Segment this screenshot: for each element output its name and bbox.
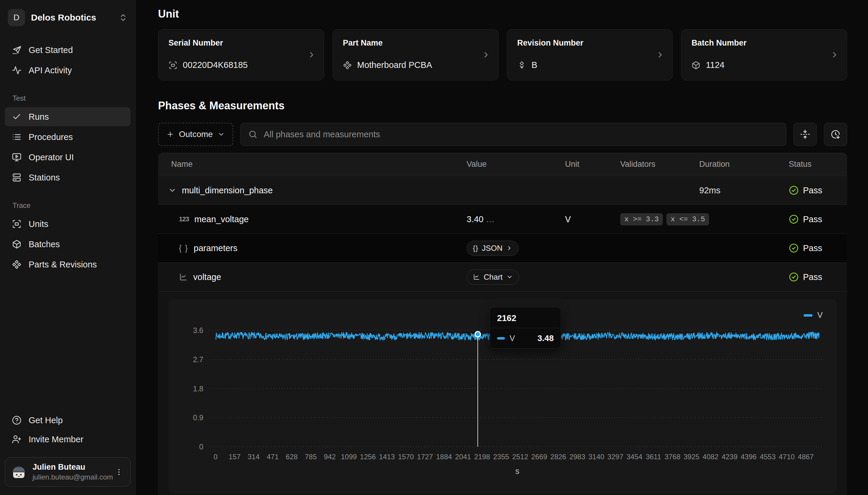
component-icon: [343, 61, 352, 70]
chart-chip-button[interactable]: Chart: [466, 270, 519, 285]
chip-label: Chart: [484, 273, 503, 282]
history-button[interactable]: [824, 123, 847, 146]
sidebar-item-get-started[interactable]: Get Started: [5, 40, 131, 59]
unit-cards: Serial Number 00220D4K68185 Part Name Mo…: [158, 29, 847, 81]
svg-text:4553: 4553: [760, 453, 775, 461]
svg-text:2198: 2198: [474, 453, 490, 461]
activity-icon: [12, 66, 21, 75]
svg-text:4082: 4082: [703, 453, 718, 461]
svg-text:1413: 1413: [379, 453, 395, 461]
package-icon: [691, 61, 701, 70]
sidebar-item-units[interactable]: Units: [5, 215, 131, 234]
json-chip-button[interactable]: {} JSON: [466, 241, 519, 256]
status-cell: Pass: [789, 272, 847, 282]
table-row-phase[interactable]: multi_dimension_phase 92ms Pass: [158, 176, 847, 205]
revision-number-value: B: [531, 60, 537, 70]
card-value: 1124: [691, 60, 724, 70]
phase-name: multi_dimension_phase: [182, 186, 273, 195]
sidebar-item-label: Procedures: [29, 132, 73, 142]
sidebar-item-label: Runs: [29, 112, 49, 122]
tooltip-x-value: 2162: [490, 307, 561, 328]
search-input[interactable]: [263, 129, 778, 140]
measurement-name: parameters: [194, 243, 238, 253]
search-icon: [248, 130, 257, 139]
batch-number-card[interactable]: Batch Number 1124: [681, 29, 847, 81]
check-circle-icon: [789, 272, 799, 282]
svg-text:1.8: 1.8: [193, 385, 203, 393]
send-icon: [12, 45, 21, 55]
sidebar: D Delos Robotics Get Started API Activit…: [0, 0, 136, 495]
svg-text:628: 628: [286, 453, 298, 461]
clock-arrow-down-icon: [831, 129, 840, 139]
card-value: B: [517, 60, 537, 70]
status-label: Pass: [803, 186, 822, 195]
chart-legend: V: [804, 311, 823, 320]
main-content: Unit Serial Number 00220D4K68185 Part Na…: [136, 0, 868, 495]
sidebar-item-label: Parts & Revisions: [29, 260, 97, 270]
svg-text:2983: 2983: [569, 453, 585, 461]
sidebar-item-label: Invite Member: [29, 434, 83, 444]
chevron-down-icon: [506, 274, 513, 280]
svg-text:3611: 3611: [646, 453, 661, 461]
help-circle-icon: [12, 415, 21, 425]
sidebar-item-batches[interactable]: Batches: [5, 235, 131, 254]
chevron-right-icon: [656, 50, 665, 59]
validators-cell: x >= 3.3 x <= 3.5: [620, 213, 699, 225]
sidebar-item-invite-member[interactable]: Invite Member: [5, 430, 131, 449]
user-card[interactable]: Julien Buteau julien.buteau@gmail.com: [5, 457, 131, 487]
revision-number-card[interactable]: Revision Number B: [507, 29, 673, 81]
svg-text:1099: 1099: [341, 453, 357, 461]
col-value: Value: [466, 160, 565, 169]
chevron-right-icon: [481, 50, 491, 59]
outcome-filter-button[interactable]: Outcome: [158, 123, 233, 146]
list-icon: [12, 132, 21, 142]
svg-text:0: 0: [199, 443, 203, 451]
sidebar-item-api-activity[interactable]: API Activity: [5, 61, 131, 80]
search-box[interactable]: [240, 123, 786, 146]
svg-text:314: 314: [248, 453, 260, 461]
tooltip-series-swatch: [497, 337, 505, 340]
svg-text:942: 942: [324, 453, 336, 461]
kebab-menu-icon[interactable]: [113, 466, 125, 478]
sidebar-item-parts-revisions[interactable]: Parts & Revisions: [5, 255, 131, 274]
col-unit: Unit: [565, 160, 620, 169]
org-switcher[interactable]: D Delos Robotics: [5, 8, 131, 28]
measurement-value: 3.40…: [466, 215, 565, 224]
scan-icon: [168, 61, 177, 70]
measurement-value: Chart: [466, 270, 565, 285]
chip-label: JSON: [482, 244, 503, 253]
sidebar-item-label: API Activity: [29, 66, 72, 75]
part-name-card[interactable]: Part Name Motherboard PCBA: [332, 29, 498, 81]
validator-badge: x <= 3.5: [667, 213, 709, 225]
sidebar-item-label: Get Help: [29, 415, 63, 425]
sidebar-item-runs[interactable]: Runs: [5, 107, 131, 126]
table-row-parameters[interactable]: { } parameters {} JSON Pass: [158, 234, 847, 262]
batch-number-value: 1124: [706, 60, 724, 70]
svg-text:4396: 4396: [741, 453, 756, 461]
svg-text:0: 0: [213, 453, 217, 461]
chevron-down-icon[interactable]: [168, 186, 177, 194]
voltage-chart-card[interactable]: 00.91.82.73.6015731447162878594210991256…: [168, 299, 837, 494]
sidebar-item-operator-ui[interactable]: Operator UI: [5, 148, 131, 167]
chart-line-icon: [473, 273, 480, 280]
table-row-voltage[interactable]: voltage Chart Pass: [158, 262, 847, 291]
table-row-mean-voltage[interactable]: 123 mean_voltage 3.40… V x >= 3.3 x <= 3…: [158, 205, 847, 234]
svg-text:3.6: 3.6: [193, 326, 203, 335]
sidebar-item-procedures[interactable]: Procedures: [5, 127, 131, 147]
card-label: Batch Number: [691, 38, 837, 48]
braces-type-icon: { }: [179, 244, 189, 253]
col-name: Name: [158, 160, 466, 169]
phases-title: Phases & Measurements: [158, 100, 847, 112]
user-avatar: [11, 464, 27, 480]
phase-name-cell[interactable]: multi_dimension_phase: [158, 186, 466, 195]
chevron-right-icon: [830, 50, 839, 59]
user-email: julien.buteau@gmail.com: [33, 472, 108, 482]
sidebar-item-stations[interactable]: Stations: [5, 168, 131, 187]
measurement-name-cell: { } parameters: [158, 243, 466, 253]
sidebar-item-get-help[interactable]: Get Help: [5, 411, 131, 430]
svg-text:0.9: 0.9: [193, 413, 203, 422]
svg-text:s: s: [515, 467, 520, 476]
serial-number-card[interactable]: Serial Number 00220D4K68185: [158, 29, 324, 81]
collapse-all-button[interactable]: [793, 123, 817, 146]
svg-text:3925: 3925: [684, 453, 699, 461]
